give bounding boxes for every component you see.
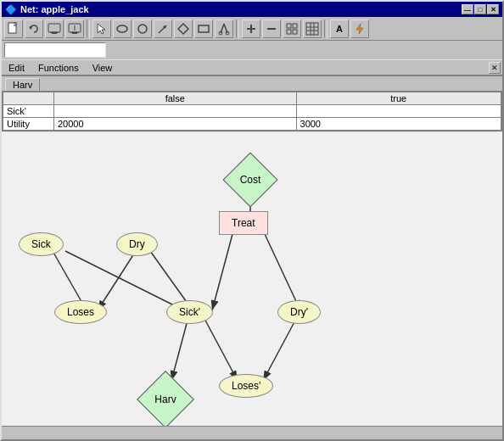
toolbar-circle-button[interactable] [133, 20, 152, 38]
col-header-1: false [54, 92, 297, 105]
search-bar [2, 41, 502, 59]
svg-line-40 [265, 234, 300, 310]
toolbar-cursor-button[interactable] [92, 20, 111, 38]
svg-rect-24 [293, 24, 297, 28]
sick-label: Sick [19, 232, 64, 256]
menu-edit[interactable]: Edit [5, 62, 28, 74]
svg-rect-15 [199, 25, 209, 32]
toolbar-sep1 [87, 20, 90, 38]
dry2-label: Dry' [277, 300, 321, 324]
svg-line-41 [171, 317, 188, 381]
tab-bar: Harv [2, 76, 502, 91]
tab-harv[interactable]: Harv [5, 78, 40, 91]
panel-close-button[interactable]: ✕ [489, 62, 501, 74]
node-dry[interactable]: Dry [116, 232, 158, 256]
node-treat[interactable]: Treat [219, 211, 268, 235]
table-row: Utility 20000 3000 [3, 118, 501, 131]
toolbar-a-button[interactable]: A [330, 20, 349, 38]
cell-1-1: 20000 [54, 118, 297, 131]
toolbar-diamond-button[interactable] [174, 20, 193, 38]
toolbar-new-button[interactable] [4, 20, 23, 38]
window-icon: 🔷 [5, 4, 17, 15]
cell-0-0: Sick' [3, 105, 54, 118]
toolbar-grid-button[interactable] [283, 20, 301, 38]
canvas-area: Cost Treat Sick Dry Loses Sick' Dry' Ha [2, 131, 502, 426]
menu-view[interactable]: View [89, 62, 116, 74]
toolbar-monitor2-button[interactable] [65, 20, 84, 38]
toolbar-grid2-button[interactable] [303, 20, 322, 38]
node-loses[interactable]: Loses [54, 300, 107, 324]
toolbar-sep2 [236, 20, 239, 38]
node-harv[interactable]: Harv [140, 374, 191, 425]
svg-marker-1 [29, 25, 32, 30]
menu-bar: Edit Functions View ✕ [2, 59, 502, 76]
node-harv-label: Harv [154, 394, 176, 405]
svg-rect-23 [287, 24, 291, 28]
svg-rect-25 [287, 30, 291, 34]
title-bar: 🔷 Net: apple_jack — □ ✕ [2, 2, 502, 17]
menu-functions[interactable]: Functions [35, 62, 82, 74]
toolbar-sep3 [324, 20, 328, 38]
toolbar-cut-button[interactable] [215, 20, 233, 38]
svg-rect-26 [293, 30, 297, 34]
table-row: Sick' [3, 105, 501, 118]
close-button[interactable]: ✕ [487, 4, 499, 14]
col-header-2: true [296, 92, 501, 105]
toolbar-ellipse-button[interactable] [113, 20, 132, 38]
node-cost-label: Cost [240, 174, 261, 186]
svg-marker-32 [356, 24, 363, 34]
node-loses2[interactable]: Loses' [219, 374, 273, 398]
treat-label: Treat [219, 211, 268, 235]
svg-line-39 [212, 234, 232, 310]
search-input[interactable] [4, 42, 106, 58]
node-sick[interactable]: Sick [19, 232, 64, 256]
title-bar-controls: — □ ✕ [462, 4, 499, 14]
toolbar-monitor-button[interactable] [45, 20, 64, 38]
cell-1-0: Utility [3, 118, 54, 131]
toolbar-rect-button[interactable] [194, 20, 213, 38]
col-header-0 [3, 92, 54, 105]
minimize-button[interactable]: — [462, 4, 473, 14]
toolbar-arrow-button[interactable] [154, 20, 172, 38]
cell-0-1 [54, 105, 297, 118]
toolbar-undo-button[interactable] [25, 20, 43, 38]
data-table: false true Sick' Utility 20000 3000 [2, 91, 502, 131]
main-window: 🔷 Net: apple_jack — □ ✕ [0, 0, 504, 441]
toolbar-lightning-button[interactable] [350, 20, 369, 38]
svg-rect-2 [48, 24, 60, 32]
window-title: Net: apple_jack [20, 4, 89, 14]
loses-label: Loses [54, 300, 107, 324]
loses2-label: Loses' [219, 374, 273, 398]
cell-0-2 [296, 105, 501, 118]
svg-line-43 [263, 317, 297, 381]
status-bar [2, 426, 502, 439]
toolbar-plus-button[interactable] [242, 20, 260, 38]
svg-marker-9 [98, 24, 105, 34]
toolbar: A [2, 17, 502, 41]
svg-point-11 [138, 25, 147, 33]
maximize-button[interactable]: □ [474, 4, 486, 14]
svg-point-10 [117, 25, 127, 32]
svg-marker-14 [178, 24, 188, 34]
sick2-label: Sick' [166, 300, 213, 324]
node-sick2[interactable]: Sick' [166, 300, 213, 324]
dry-label: Dry [116, 232, 158, 256]
svg-rect-27 [306, 23, 318, 35]
cell-1-2: 3000 [296, 118, 501, 131]
toolbar-minus-button[interactable] [262, 20, 281, 38]
node-cost[interactable]: Cost [227, 156, 274, 204]
title-bar-title: 🔷 Net: apple_jack [5, 4, 89, 15]
svg-line-42 [204, 317, 238, 381]
node-dry2[interactable]: Dry' [277, 300, 321, 324]
